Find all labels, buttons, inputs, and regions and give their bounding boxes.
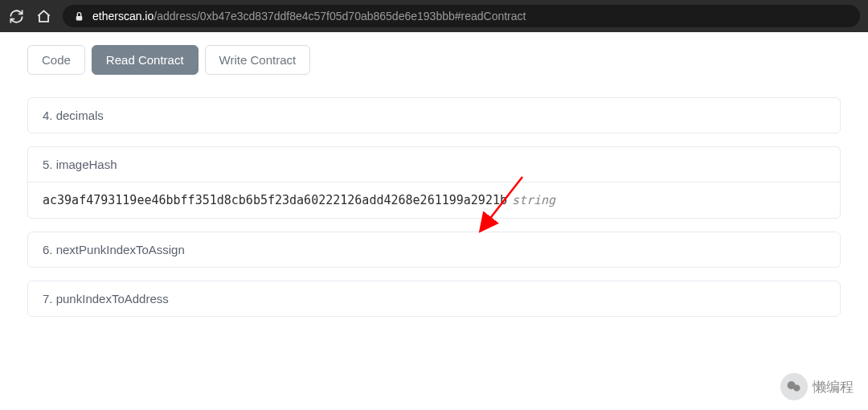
browser-bar: etherscan.io/address/0xb47e3cd837ddf8e4c… (0, 0, 868, 32)
tab-code[interactable]: Code (27, 45, 85, 75)
svg-point-3 (793, 385, 800, 392)
tab-row: Code Read Contract Write Contract (27, 45, 841, 75)
watermark: 懒编程 (780, 373, 854, 400)
row-header[interactable]: 6. nextPunkIndexToAssign (28, 232, 840, 267)
tab-read-contract[interactable]: Read Contract (92, 45, 199, 75)
lock-icon (74, 11, 84, 22)
watermark-text: 懒编程 (813, 378, 854, 396)
contract-row-nextpunkindextoassign: 6. nextPunkIndexToAssign (27, 232, 841, 268)
row-num: 6. (43, 243, 53, 256)
contract-row-punkindextoaddress: 7. punkIndexToAddress (27, 281, 841, 317)
wechat-icon (780, 373, 808, 400)
row-header[interactable]: 4. decimals (28, 98, 840, 133)
url-domain: etherscan.io (92, 10, 154, 23)
row-header[interactable]: 5. imageHash (28, 147, 840, 182)
row-num: 4. (43, 109, 53, 122)
home-icon[interactable] (35, 8, 51, 24)
row-body: ac39af4793119ee46bbff351d8cb6b5f23da6022… (28, 182, 840, 218)
row-num: 7. (43, 292, 53, 305)
row-type: string (512, 193, 555, 207)
url-text: etherscan.io/address/0xb47e3cd837ddf8e4c… (92, 10, 526, 23)
url-path: /address/0xb47e3cd837ddf8e4c57f05d70ab86… (154, 10, 526, 23)
row-name: punkIndexToAddress (56, 292, 169, 305)
row-name: nextPunkIndexToAssign (56, 243, 185, 256)
row-header[interactable]: 7. punkIndexToAddress (28, 281, 840, 316)
tab-write-contract[interactable]: Write Contract (205, 45, 311, 75)
reload-icon[interactable] (8, 8, 24, 24)
row-name: decimals (56, 109, 104, 122)
contract-row-imagehash: 5. imageHash ac39af4793119ee46bbff351d8c… (27, 146, 841, 219)
row-num: 5. (43, 158, 53, 171)
row-value: ac39af4793119ee46bbff351d8cb6b5f23da6022… (43, 193, 507, 207)
row-name: imageHash (56, 158, 117, 171)
contract-row-decimals: 4. decimals (27, 97, 841, 133)
content-area: Code Read Contract Write Contract 4. dec… (0, 32, 868, 317)
address-bar[interactable]: etherscan.io/address/0xb47e3cd837ddf8e4c… (63, 5, 860, 27)
svg-rect-0 (76, 15, 83, 19)
